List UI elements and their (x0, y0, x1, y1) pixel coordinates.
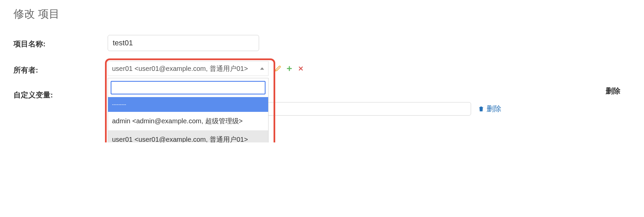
owner-label: 所有者: (13, 61, 108, 75)
trash-icon (478, 105, 485, 112)
owner-option-empty[interactable]: --------- (108, 97, 268, 112)
owner-select-area: user01 <user01@example.com, 普通用户01> ----… (108, 61, 269, 76)
owner-option-user01[interactable]: user01 <user01@example.com, 普通用户01> (108, 130, 268, 142)
delete-button[interactable]: 删除 (478, 104, 501, 114)
custom-var-row: 自定义变量: 删除 删除 请使用yml格式来设置服务器变量。 (13, 86, 631, 126)
owner-dropdown: --------- admin <admin@example.com, 超级管理… (108, 78, 269, 142)
project-name-row: 项目名称: (13, 35, 631, 51)
owner-selected-value: user01 <user01@example.com, 普通用户01> (112, 64, 248, 73)
edit-icon[interactable] (275, 65, 281, 72)
owner-search-input[interactable] (111, 81, 265, 94)
delete-link-label: 删除 (487, 104, 501, 114)
chevron-up-icon (260, 68, 264, 70)
owner-row: 所有者: user01 <user01@example.com, 普通用户01>… (13, 61, 631, 76)
project-name-label: 项目名称: (13, 35, 108, 49)
page-title: 修改 项目 (13, 7, 631, 21)
project-name-input[interactable] (108, 35, 259, 51)
owner-select[interactable]: user01 <user01@example.com, 普通用户01> (108, 61, 269, 76)
owner-option-admin[interactable]: admin <admin@example.com, 超级管理级> (108, 112, 268, 130)
add-icon[interactable] (286, 65, 293, 72)
remove-icon[interactable] (297, 65, 304, 72)
owner-action-icons (275, 65, 304, 72)
custom-var-label: 自定义变量: (13, 86, 108, 100)
